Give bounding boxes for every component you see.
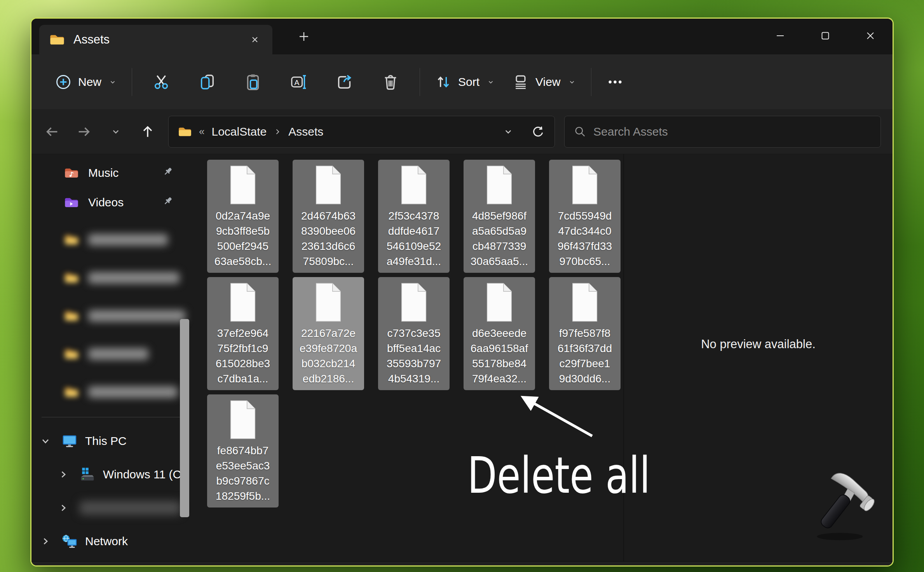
sidebar-item-label: This PC — [85, 434, 127, 448]
rename-button[interactable]: A — [276, 64, 322, 100]
file-tile[interactable]: 2d4674b638390bee0623613d6c675809bc... — [293, 160, 364, 273]
divider — [132, 68, 132, 96]
address-bar[interactable]: « LocalState Assets — [168, 116, 555, 148]
minimize-button[interactable] — [768, 25, 792, 47]
arrow-up-icon — [140, 124, 155, 140]
maximize-icon — [820, 31, 830, 41]
sidebar-item-redacted-drive[interactable] — [37, 494, 185, 521]
close-button[interactable] — [858, 25, 882, 47]
redacted-label — [88, 234, 168, 246]
chevron-right-icon[interactable] — [55, 469, 72, 480]
file-tile[interactable]: c737c3e35bff5ea14ac35593b7974b54319... — [378, 277, 450, 390]
redacted-label — [88, 310, 185, 322]
back-button[interactable] — [36, 116, 68, 148]
file-icon — [228, 399, 258, 440]
chevron-down-icon — [108, 78, 117, 86]
cut-button[interactable] — [138, 64, 184, 100]
breadcrumb-localstate[interactable]: LocalState — [211, 125, 267, 138]
share-button[interactable] — [322, 64, 368, 100]
preview-message: No preview available. — [701, 337, 816, 351]
file-explorer-window: Assets — [30, 17, 894, 567]
new-label: New — [78, 75, 101, 89]
sidebar-item-videos[interactable]: Videos — [37, 189, 185, 216]
search-input[interactable] — [593, 125, 871, 138]
plus-circle-icon — [55, 73, 72, 91]
sidebar-item-redacted[interactable] — [37, 303, 185, 329]
chevron-right-icon[interactable] — [55, 502, 72, 513]
status-bar: 11 items 11 items selected 13.8 MB — [31, 561, 893, 567]
file-name: fe8674bb7e53ee5ac3b9c97867c18259f5b... — [216, 443, 270, 504]
file-icon — [484, 282, 514, 323]
sidebar-item-this-pc[interactable]: This PC — [37, 427, 185, 455]
thumbnail-view-icon — [862, 565, 879, 567]
up-button[interactable] — [132, 116, 164, 148]
file-name: 37ef2e96475f2fbf1c9615028be3c7dba1a... — [216, 326, 270, 386]
file-tile[interactable]: 7cd55949d47dc344c096f437fd33970bc65... — [549, 160, 621, 273]
search-icon — [574, 126, 586, 138]
sidebar-item-redacted[interactable] — [37, 227, 185, 253]
new-tab-button[interactable] — [294, 27, 314, 46]
view-button[interactable]: View — [504, 64, 584, 100]
file-tile[interactable]: 22167a72ee39fe8720ab032cb214edb2186... — [293, 277, 364, 390]
close-icon — [865, 31, 875, 41]
address-dropdown-icon[interactable] — [502, 126, 514, 138]
music-folder-icon — [64, 167, 79, 179]
sidebar-item-label: Network — [85, 535, 128, 548]
search-box[interactable] — [564, 116, 881, 148]
file-tile[interactable]: 4d85ef986fa5a65d5a9cb487733930a65aa5... — [464, 160, 535, 273]
sidebar-scrollbar[interactable] — [180, 319, 189, 517]
file-tile[interactable]: 0d2a74a9e9cb3ff8e5b500ef294563ae58cb... — [207, 160, 279, 273]
tab-close-button[interactable] — [248, 32, 262, 47]
tab-assets[interactable]: Assets — [39, 25, 272, 54]
file-name: 2d4674b638390bee0623613d6c675809bc... — [301, 208, 356, 269]
details-view-button[interactable] — [839, 565, 855, 567]
cut-icon — [152, 73, 170, 91]
chevron-right-icon — [274, 128, 281, 136]
thumbnail-view-button[interactable] — [862, 565, 879, 567]
videos-folder-icon — [64, 196, 79, 209]
file-icon — [313, 165, 343, 205]
file-tile[interactable]: fe8674bb7e53ee5ac3b9c97867c18259f5b... — [207, 394, 279, 507]
sort-icon — [435, 73, 452, 91]
folder-icon — [64, 348, 79, 360]
folder-icon — [178, 126, 192, 138]
plus-icon — [298, 31, 310, 42]
more-options-button[interactable] — [598, 64, 633, 100]
forward-button[interactable] — [68, 116, 100, 148]
redacted-label — [88, 348, 148, 360]
recent-locations-button[interactable] — [100, 116, 132, 148]
refresh-icon[interactable] — [531, 125, 545, 139]
sidebar-item-redacted[interactable] — [37, 265, 185, 291]
divider — [254, 567, 255, 567]
sort-button[interactable]: Sort — [426, 64, 504, 100]
rename-icon: A — [290, 73, 308, 91]
folder-icon — [64, 310, 79, 322]
file-tile[interactable]: 2f53c4378ddfde4617546109e52a49fe31d... — [378, 160, 450, 273]
file-grid: 0d2a74a9e9cb3ff8e5b500ef294563ae58cb... … — [207, 160, 621, 507]
chevron-down-icon — [568, 78, 576, 86]
copy-button[interactable] — [184, 64, 230, 100]
chevron-down-icon[interactable] — [37, 436, 54, 446]
sidebar-item-drive-c[interactable]: Windows 11 (C — [37, 461, 185, 488]
file-tile[interactable]: d6e3eeede6aa96158af55178be8479f4ea32... — [464, 277, 535, 390]
delete-button[interactable] — [368, 64, 413, 100]
sidebar-item-redacted[interactable] — [37, 341, 185, 367]
maximize-button[interactable] — [813, 25, 837, 47]
chevron-right-icon[interactable] — [37, 536, 54, 547]
breadcrumb-assets[interactable]: Assets — [288, 125, 323, 138]
sidebar-item-redacted[interactable] — [37, 379, 185, 405]
folder-icon — [64, 272, 79, 284]
sidebar-item-music[interactable]: Music — [37, 160, 185, 186]
paste-button[interactable] — [230, 64, 276, 100]
command-bar: New — [31, 54, 893, 109]
redacted-label — [80, 501, 181, 515]
computer-icon — [62, 434, 77, 448]
breadcrumb-overflow[interactable]: « — [199, 126, 204, 138]
sort-label: Sort — [458, 75, 479, 89]
file-tile[interactable]: 37ef2e96475f2fbf1c9615028be3c7dba1a... — [207, 277, 279, 390]
new-button[interactable]: New — [46, 64, 126, 100]
sidebar-item-network[interactable]: Network — [37, 528, 185, 555]
folder-icon — [49, 33, 65, 46]
file-tile[interactable]: f97fe587f861f36f37ddc29f7bee19d30dd6... — [549, 277, 621, 390]
svg-text:A: A — [295, 78, 300, 86]
